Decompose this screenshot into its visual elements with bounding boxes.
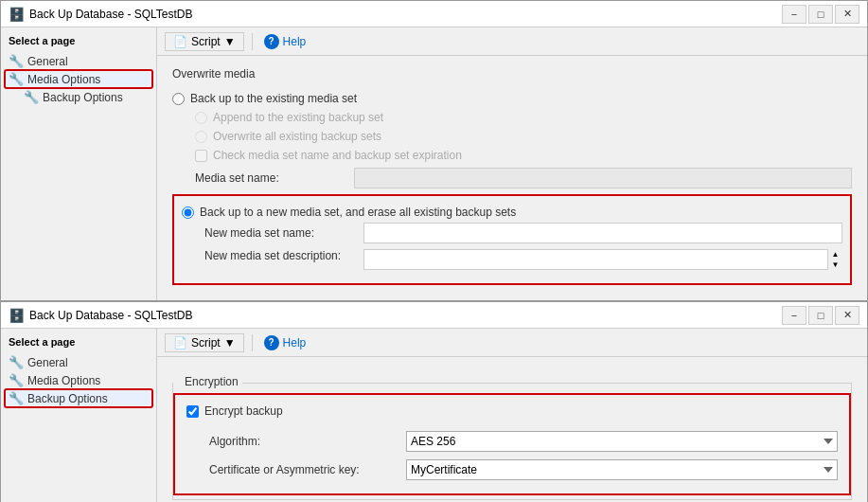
window1-title: Back Up Database - SQLTestDB xyxy=(29,8,193,21)
checkbox-check-label: Check media set name and backup set expi… xyxy=(213,149,462,162)
sidebar-item-media-options-2[interactable]: 🔧 Media Options xyxy=(5,371,152,389)
help-icon-1: ? xyxy=(264,34,279,49)
script-label-1: Script xyxy=(191,35,221,48)
help-label-1: Help xyxy=(283,35,307,48)
sidebar-1: Select a page 🔧 General 🔧 Media Options … xyxy=(1,27,157,300)
radio-overwrite-label: Overwrite all existing backup sets xyxy=(213,130,381,143)
algorithm-select[interactable]: AES 256 AES 128 AES 192 Triple DES 3KEY xyxy=(406,431,838,452)
new-media-desc-label: New media set description: xyxy=(204,249,356,262)
overwrite-title: Overwrite media xyxy=(172,67,852,81)
close-button-2[interactable]: ✕ xyxy=(835,306,859,325)
encryption-title: Encryption xyxy=(181,375,242,388)
new-media-name-row: New media set name: xyxy=(204,223,842,243)
sidebar-item-backup-label: Backup Options xyxy=(43,91,123,104)
radio-existing-label: Back up to the existing media set xyxy=(190,92,357,105)
spinbox-up[interactable]: ▲ xyxy=(828,249,842,260)
sidebar2-header: Select a page xyxy=(5,336,152,348)
help-label-2: Help xyxy=(283,336,307,350)
radio-new-media[interactable] xyxy=(182,206,194,219)
window1-content: 📄 Script ▼ ? Help Overwrite media xyxy=(157,27,867,300)
title-bar-2: 🗄️ Back Up Database - SQLTestDB − □ ✕ xyxy=(1,302,867,329)
radio-new-label: Back up to a new media set, and erase al… xyxy=(200,206,516,219)
window2-content: 📄 Script ▼ ? Help Encryption xyxy=(157,329,867,502)
certificate-select[interactable]: MyCertificate Other xyxy=(406,459,838,480)
general-icon-1: 🔧 xyxy=(9,54,24,68)
sidebar-item-general-2-label: General xyxy=(27,356,68,369)
radio-overwrite-item: Overwrite all existing backup sets xyxy=(195,128,852,145)
script-icon-1: 📄 xyxy=(173,35,187,48)
backup-options-icon-2: 🔧 xyxy=(9,391,24,405)
sidebar-item-general-2[interactable]: 🔧 General xyxy=(5,353,152,371)
checkbox-check-item: Check media set name and backup set expi… xyxy=(195,147,852,164)
script-dropdown-icon-1: ▼ xyxy=(224,35,236,48)
checkbox-check-media[interactable] xyxy=(195,150,207,162)
sidebar-item-general-1-label: General xyxy=(27,55,68,68)
maximize-button-2[interactable]: □ xyxy=(808,306,833,325)
window2: 🗄️ Back Up Database - SQLTestDB − □ ✕ Se… xyxy=(0,301,868,502)
sidebar-item-backup-options-2[interactable]: 🔧 Backup Options xyxy=(5,389,152,407)
window1: 🗄️ Back Up Database - SQLTestDB − □ ✕ Se… xyxy=(0,0,868,301)
sidebar-item-media-label: Media Options xyxy=(27,73,100,86)
sidebar-2: Select a page 🔧 General 🔧 Media Options … xyxy=(1,329,157,502)
script-button-2[interactable]: 📄 Script ▼ xyxy=(165,333,244,352)
toolbar-1: 📄 Script ▼ ? Help xyxy=(157,27,867,56)
encrypt-backup-checkbox[interactable] xyxy=(186,405,199,418)
minimize-button-2[interactable]: − xyxy=(782,306,806,325)
new-media-desc-input[interactable] xyxy=(363,249,842,270)
help-button-1[interactable]: ? Help xyxy=(260,32,310,51)
media-set-name-row: Media set name: xyxy=(195,168,852,188)
radio-indent-group: Append to the existing backup set Overwr… xyxy=(172,109,852,188)
window2-content-body: Encryption Encrypt backup Algorithm: AES… xyxy=(157,357,867,502)
radio-append-label: Append to the existing backup set xyxy=(213,111,383,124)
encryption-legend: Encryption xyxy=(173,376,242,389)
new-media-set-box: Back up to a new media set, and erase al… xyxy=(172,194,852,285)
maximize-button-1[interactable]: □ xyxy=(808,5,833,24)
encrypt-checkbox-item: Encrypt backup xyxy=(186,403,838,420)
media-set-name-label: Media set name: xyxy=(195,171,346,185)
encrypt-box: Encrypt backup Algorithm: AES 256 AES 12… xyxy=(173,393,851,495)
general-icon-2: 🔧 xyxy=(9,355,24,369)
radio-existing-item: Back up to the existing media set xyxy=(172,90,852,107)
radio-append-item: Append to the existing backup set xyxy=(195,109,852,126)
radio-overwrite-all[interactable] xyxy=(195,131,207,143)
title-bar-1: 🗄️ Back Up Database - SQLTestDB − □ ✕ xyxy=(1,1,867,27)
sidebar-item-media-options-1[interactable]: 🔧 Media Options xyxy=(5,70,152,88)
sidebar-item-backup-2-label: Backup Options xyxy=(27,392,108,405)
window2-controls: − □ ✕ xyxy=(782,306,859,325)
media-options-icon-1: 🔧 xyxy=(9,72,24,86)
radio-existing[interactable] xyxy=(172,93,185,105)
window1-controls: − □ ✕ xyxy=(782,5,859,24)
close-button-1[interactable]: ✕ xyxy=(835,5,859,24)
toolbar-separator-1 xyxy=(252,33,253,50)
algorithm-label: Algorithm: xyxy=(209,435,399,448)
help-button-2[interactable]: ? Help xyxy=(260,333,310,352)
window1-content-body: Overwrite media Back up to the existing … xyxy=(157,56,867,300)
sidebar-item-general-1[interactable]: 🔧 General xyxy=(5,52,152,70)
encryption-section: Encryption Encrypt backup Algorithm: AES… xyxy=(172,376,852,500)
encrypt-checkbox-label: Encrypt backup xyxy=(204,404,283,418)
backup-options-icon-1: 🔧 xyxy=(24,90,39,104)
sidebar1-header: Select a page xyxy=(5,35,152,46)
minimize-button-1[interactable]: − xyxy=(782,5,806,24)
media-set-name-input[interactable] xyxy=(354,168,852,188)
toolbar-2: 📄 Script ▼ ? Help xyxy=(157,329,867,357)
sidebar-item-backup-options-1[interactable]: 🔧 Backup Options xyxy=(5,88,152,106)
new-media-desc-row: New media set description: ▲ ▼ xyxy=(204,249,842,270)
new-media-name-input[interactable] xyxy=(363,223,842,243)
spinbox-down[interactable]: ▼ xyxy=(828,260,842,270)
new-media-name-label: New media set name: xyxy=(204,226,356,240)
media-options-icon-2: 🔧 xyxy=(9,373,24,387)
radio-append[interactable] xyxy=(195,112,207,124)
certificate-row: Certificate or Asymmetric key: MyCertifi… xyxy=(186,459,838,480)
window1-icon: 🗄️ xyxy=(9,7,24,22)
window1-body: Select a page 🔧 General 🔧 Media Options … xyxy=(1,27,867,300)
certificate-label: Certificate or Asymmetric key: xyxy=(209,463,399,476)
new-media-desc-spinbox: ▲ ▼ xyxy=(363,249,842,270)
toolbar-separator-2 xyxy=(252,334,253,351)
window2-icon: 🗄️ xyxy=(9,308,24,323)
script-label-2: Script xyxy=(191,336,221,350)
script-button-1[interactable]: 📄 Script ▼ xyxy=(165,32,244,51)
script-icon-2: 📄 xyxy=(173,336,187,350)
radio-new-item: Back up to a new media set, and erase al… xyxy=(182,204,842,221)
overwrite-section: Overwrite media Back up to the existing … xyxy=(172,67,852,285)
